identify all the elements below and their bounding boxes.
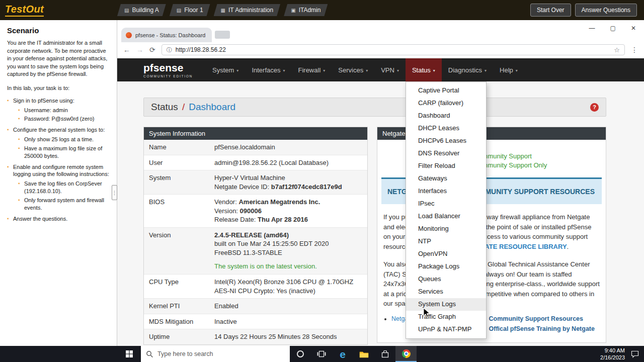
menu-item-services[interactable]: Services	[406, 286, 486, 298]
row-label: Name	[144, 140, 209, 155]
subtask-item: Password: P@ssw0rd (zero)	[18, 115, 110, 123]
cortana-icon	[297, 350, 304, 357]
monitor-icon: ▣	[291, 8, 295, 13]
sidebar-resize-handle[interactable]: ⋮	[112, 185, 117, 200]
menu-item-ipsec[interactable]: IPsec	[406, 198, 486, 210]
breadcrumb-item-floor-1[interactable]: ▤Floor 1	[170, 4, 210, 16]
task-view-icon	[317, 350, 326, 357]
menu-item-openvpn[interactable]: OpenVPN	[406, 248, 486, 260]
task-item: Enable and configure remote system loggi…	[7, 163, 110, 212]
nav-firewall[interactable]: Firewall▾	[291, 58, 332, 81]
browser-toolbar: ← → ⟳ ⓘ http://198.28.56.22 ☆ ⋮	[117, 42, 644, 58]
nav-label: VPN	[381, 66, 394, 74]
breadcrumb-item-building-a[interactable]: ▤Building A	[117, 4, 166, 16]
community-support-resources-link[interactable]: Community Support Resources	[489, 315, 584, 322]
table-row: Kernel PTIEnabled	[144, 299, 367, 314]
back-button[interactable]: ←	[123, 46, 130, 54]
window-controls: — ▢ ✕	[589, 25, 636, 32]
nav-services[interactable]: Services▾	[332, 58, 374, 81]
task-view-button[interactable]	[311, 346, 332, 362]
menu-item-dhcp-leases[interactable]: DHCP Leases	[406, 122, 486, 135]
chrome-icon	[402, 349, 411, 358]
nav-vpn[interactable]: VPN▾	[374, 58, 406, 81]
edge-button[interactable]: e	[332, 346, 353, 362]
menu-item-gateways[interactable]: Gateways	[406, 172, 486, 185]
testout-breadcrumbs: ▤Building A▤Floor 1▦IT Administration▣IT…	[117, 4, 328, 16]
menu-item-traffic-graph[interactable]: Traffic Graph	[406, 311, 486, 323]
menu-item-load-balancer[interactable]: Load Balancer	[406, 210, 486, 223]
search-placeholder: Type here to search	[157, 350, 213, 357]
forward-button[interactable]: →	[136, 46, 143, 54]
maximize-button[interactable]: ▢	[610, 25, 616, 32]
nav-status[interactable]: Status▾Captive PortalCARP (failover)Dash…	[406, 58, 442, 81]
table-row: NamepfSense.localdomain	[144, 140, 367, 155]
pfsense-navbar: pfsense COMMUNITY EDITION System▾Interfa…	[117, 58, 644, 81]
nav-system[interactable]: System▾	[206, 58, 245, 81]
help-icon[interactable]: ?	[590, 103, 599, 112]
taskbar-search-input[interactable]: Type here to search	[141, 346, 290, 362]
store-icon	[381, 350, 389, 358]
menu-item-monitoring[interactable]: Monitoring	[406, 223, 486, 235]
notifications-icon[interactable]	[631, 350, 639, 358]
store-button[interactable]	[374, 346, 395, 362]
menu-item-captive-portal[interactable]: Captive Portal	[406, 84, 486, 97]
menu-item-queues[interactable]: Queues	[406, 273, 486, 286]
task-item: Configure the general system logs to:Onl…	[7, 126, 110, 159]
address-bar[interactable]: ⓘ http://198.28.56.22 ☆	[162, 44, 625, 55]
mouse-cursor	[423, 308, 430, 320]
nav-label: Status	[412, 66, 431, 74]
browser-menu-icon[interactable]: ⋮	[631, 46, 638, 54]
menu-item-system-logs[interactable]: System Logs	[406, 298, 486, 311]
list-item: Offical pfSense Training by Netgate	[489, 325, 600, 332]
minimize-button[interactable]: —	[589, 25, 595, 32]
row-value: 2.4.5-RELEASE (amd64)built on Tue Mar 24…	[209, 227, 367, 274]
contract-line[interactable]: Community Support	[474, 152, 601, 161]
new-tab-button[interactable]	[215, 31, 230, 39]
nav-label: Diagnostics	[448, 66, 482, 74]
testout-topbar: TestOut ▤Building A▤Floor 1▦IT Administr…	[0, 0, 644, 20]
file-explorer-button[interactable]	[353, 346, 374, 362]
browser-window: — ▢ ✕ pfsense - Status: Dashboard ← → ⟳ …	[117, 20, 644, 346]
breadcrumb-page-link[interactable]: Dashboard	[189, 102, 235, 113]
task-item: Sign in to pfSense using:Username: admin…	[7, 97, 110, 123]
task-item: Answer the questions.	[7, 215, 110, 223]
taskbar-clock[interactable]: 9:40 AM 2/16/2023	[600, 347, 625, 361]
cortana-button[interactable]	[290, 346, 311, 362]
start-over-button[interactable]: Start Over	[530, 4, 571, 17]
row-label: System	[144, 170, 209, 195]
nav-help[interactable]: Help▾	[493, 58, 524, 81]
chevron-down-icon: ▾	[433, 68, 435, 73]
system-information-panel: System Information NamepfSense.localdoma…	[143, 127, 368, 345]
bookmark-star-icon[interactable]: ☆	[614, 46, 620, 54]
contract-line[interactable]: Community Support Only	[474, 161, 601, 170]
nav-diagnostics[interactable]: Diagnostics▾	[442, 58, 493, 81]
menu-item-dashboard[interactable]: Dashboard	[406, 110, 486, 122]
nav-interfaces[interactable]: Interfaces▾	[245, 58, 291, 81]
browser-tab[interactable]: pfsense - Status: Dashboard	[121, 28, 212, 42]
scenario-task-list: Sign in to pfSense using:Username: admin…	[7, 97, 110, 223]
breadcrumb-item-it-administration[interactable]: ▦IT Administration	[214, 4, 281, 16]
menu-item-dhcpv6-leases[interactable]: DHCPv6 Leases	[406, 135, 486, 147]
subtask-item: Username: admin	[18, 107, 110, 114]
start-button[interactable]	[118, 346, 141, 362]
answer-questions-button[interactable]: Answer Questions	[575, 4, 637, 17]
pfsense-logo[interactable]: pfsense COMMUNITY EDITION	[143, 58, 193, 81]
menu-item-package-logs[interactable]: Package Logs	[406, 260, 486, 273]
menu-item-ntp[interactable]: NTP	[406, 235, 486, 248]
offical-pfsense-training-by-netgate-link[interactable]: Offical pfSense Training by Netgate	[489, 325, 595, 332]
row-label: Version	[144, 227, 209, 274]
nav-label: Services	[338, 66, 363, 74]
breadcrumb-label: IT Administration	[228, 7, 273, 14]
menu-item-dns-resolver[interactable]: DNS Resolver	[406, 147, 486, 160]
site-info-icon[interactable]: ⓘ	[167, 46, 172, 54]
chrome-button[interactable]	[395, 346, 417, 362]
menu-item-upnp-nat-pmp[interactable]: UPnP & NAT-PMP	[406, 323, 486, 336]
menu-item-filter-reload[interactable]: Filter Reload	[406, 160, 486, 172]
menu-item-carp-failover[interactable]: CARP (failover)	[406, 97, 486, 110]
chevron-down-icon: ▾	[323, 68, 325, 73]
menu-item-interfaces[interactable]: Interfaces	[406, 185, 486, 198]
table-row: Version2.4.5-RELEASE (amd64)built on Tue…	[144, 227, 367, 274]
reload-button[interactable]: ⟳	[149, 46, 155, 54]
close-button[interactable]: ✕	[631, 25, 636, 32]
breadcrumb-item-itadmin[interactable]: ▣ITAdmin	[284, 4, 328, 16]
